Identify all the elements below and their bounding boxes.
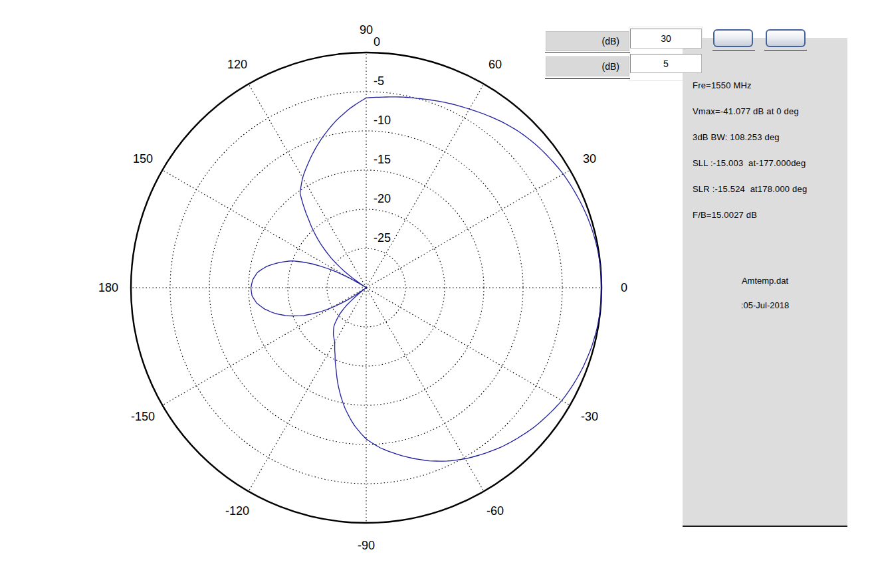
angle-tick-label: -150 <box>131 410 155 423</box>
db-tick-label: -25 <box>374 231 391 245</box>
angle-tick-label: 0 <box>621 281 627 294</box>
angle-tick-label: 180 <box>98 281 118 294</box>
stat-line: SLL :-15.003 at-177.000deg <box>693 158 806 168</box>
angle-tick-label: 150 <box>133 152 153 165</box>
angle-tick-label: 30 <box>583 152 596 165</box>
angle-tick-label: 90 <box>360 23 373 37</box>
db-tick-label: -20 <box>374 192 391 205</box>
date-label: :05-Jul-2018 <box>683 300 847 310</box>
range-db-label: (dB) <box>546 31 629 51</box>
button-1-underline <box>712 50 755 51</box>
stat-line: SLR :-15.524 at178.000 deg <box>693 184 807 194</box>
button-2-underline <box>764 50 807 51</box>
angle-tick-label: 120 <box>227 58 247 71</box>
stat-line: F/B=15.0027 dB <box>693 210 757 220</box>
info-panel: Fre=1550 MHzVmax=-41.077 dB at 0 deg3dB … <box>683 38 847 527</box>
stat-line: Vmax=-41.077 dB at 0 deg <box>693 106 799 116</box>
range-row-underline <box>545 52 630 52</box>
plot-button-1[interactable] <box>713 29 753 47</box>
polar-chart: 90120150180-150-120-90-60-30030600-5-10-… <box>0 0 671 588</box>
step-db-label: (dB) <box>546 56 629 76</box>
range-db-input[interactable] <box>630 29 702 49</box>
db-tick-label: -5 <box>374 74 384 88</box>
angle-tick-label: -120 <box>225 504 249 518</box>
plot-button-2[interactable] <box>766 29 806 47</box>
db-tick-label: -10 <box>374 114 391 127</box>
db-tick-label: 0 <box>374 35 380 49</box>
angle-tick-label: -30 <box>581 410 598 423</box>
angle-tick-label: 60 <box>489 58 502 71</box>
db-tick-label: -15 <box>374 153 391 166</box>
radiation-pattern-curve <box>251 97 602 461</box>
data-file-name: Amtemp.dat <box>683 276 847 286</box>
step-db-input[interactable] <box>630 54 702 73</box>
stat-line: 3dB BW: 108.253 deg <box>693 132 780 142</box>
step-row-underline <box>545 78 630 79</box>
stat-line: Fre=1550 MHz <box>693 80 752 90</box>
angle-tick-label: -90 <box>358 539 375 552</box>
angle-tick-label: -60 <box>487 504 504 518</box>
